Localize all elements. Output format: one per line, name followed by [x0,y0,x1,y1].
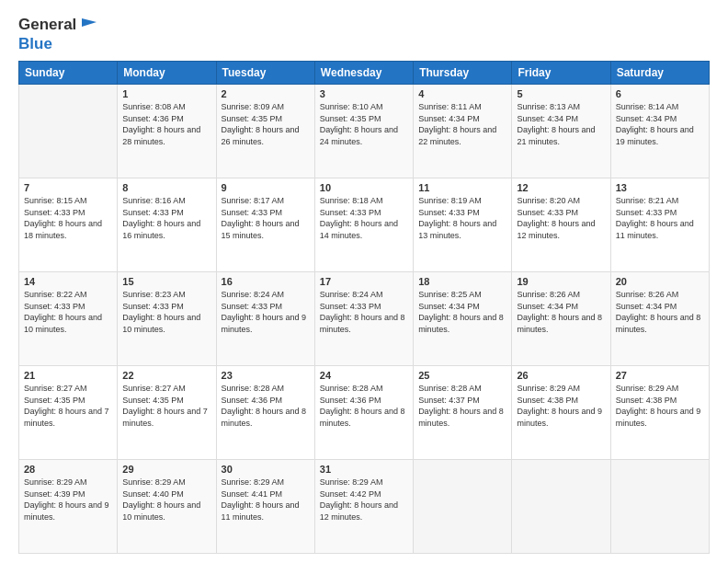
calendar-cell: 16Sunrise: 8:24 AMSunset: 4:33 PMDayligh… [216,272,314,366]
day-info: Sunrise: 8:29 AMSunset: 4:38 PMDaylight:… [616,383,704,429]
page-header: General Blue [18,15,710,53]
weekday-header-monday: Monday [118,62,216,85]
day-info: Sunrise: 8:16 AMSunset: 4:33 PMDaylight:… [122,195,210,241]
calendar-week-row: 21Sunrise: 8:27 AMSunset: 4:35 PMDayligh… [19,366,710,460]
day-info: Sunrise: 8:27 AMSunset: 4:35 PMDaylight:… [24,383,112,429]
weekday-header-thursday: Thursday [414,62,512,85]
logo-blue: Blue [18,35,52,52]
calendar-cell [512,460,610,554]
day-info: Sunrise: 8:29 AMSunset: 4:41 PMDaylight:… [222,477,310,523]
weekday-header-tuesday: Tuesday [216,62,314,85]
calendar-cell: 19Sunrise: 8:26 AMSunset: 4:34 PMDayligh… [512,272,610,366]
day-number: 14 [24,276,112,287]
calendar-cell: 27Sunrise: 8:29 AMSunset: 4:38 PMDayligh… [610,366,709,460]
calendar-cell: 12Sunrise: 8:20 AMSunset: 4:33 PMDayligh… [512,178,610,272]
day-info: Sunrise: 8:20 AMSunset: 4:33 PMDaylight:… [517,195,605,241]
day-number: 26 [517,370,605,381]
calendar-cell: 5Sunrise: 8:13 AMSunset: 4:34 PMDaylight… [512,85,610,178]
day-info: Sunrise: 8:19 AMSunset: 4:33 PMDaylight:… [418,195,506,241]
calendar-week-row: 7Sunrise: 8:15 AMSunset: 4:33 PMDaylight… [19,178,710,272]
day-number: 24 [320,370,408,381]
day-number: 20 [616,276,704,287]
day-info: Sunrise: 8:29 AMSunset: 4:40 PMDaylight:… [122,477,210,523]
day-info: Sunrise: 8:26 AMSunset: 4:34 PMDaylight:… [517,289,605,335]
calendar-cell: 31Sunrise: 8:29 AMSunset: 4:42 PMDayligh… [314,460,413,554]
day-number: 5 [517,88,605,99]
calendar-cell: 2Sunrise: 8:09 AMSunset: 4:35 PMDaylight… [216,85,314,178]
day-number: 17 [320,276,408,287]
calendar-cell: 21Sunrise: 8:27 AMSunset: 4:35 PMDayligh… [19,366,118,460]
day-number: 27 [616,370,704,381]
day-info: Sunrise: 8:13 AMSunset: 4:34 PMDaylight:… [517,101,605,147]
calendar-cell: 22Sunrise: 8:27 AMSunset: 4:35 PMDayligh… [118,366,216,460]
calendar-cell: 6Sunrise: 8:14 AMSunset: 4:34 PMDaylight… [610,85,709,178]
calendar-cell [610,460,709,554]
day-info: Sunrise: 8:28 AMSunset: 4:37 PMDaylight:… [418,383,506,429]
calendar-cell: 7Sunrise: 8:15 AMSunset: 4:33 PMDaylight… [19,178,118,272]
calendar-cell: 23Sunrise: 8:28 AMSunset: 4:36 PMDayligh… [216,366,314,460]
calendar-cell: 30Sunrise: 8:29 AMSunset: 4:41 PMDayligh… [216,460,314,554]
day-info: Sunrise: 8:23 AMSunset: 4:33 PMDaylight:… [122,289,210,335]
calendar-cell: 29Sunrise: 8:29 AMSunset: 4:40 PMDayligh… [118,460,216,554]
day-info: Sunrise: 8:15 AMSunset: 4:33 PMDaylight:… [24,195,112,241]
day-info: Sunrise: 8:26 AMSunset: 4:34 PMDaylight:… [616,289,704,335]
calendar-cell: 11Sunrise: 8:19 AMSunset: 4:33 PMDayligh… [414,178,512,272]
day-number: 16 [222,276,310,287]
day-info: Sunrise: 8:11 AMSunset: 4:34 PMDaylight:… [418,101,506,147]
logo-flag-icon [78,15,98,35]
svg-marker-0 [82,18,97,27]
day-info: Sunrise: 8:21 AMSunset: 4:33 PMDaylight:… [616,195,704,241]
day-number: 9 [222,182,310,193]
calendar-cell: 4Sunrise: 8:11 AMSunset: 4:34 PMDaylight… [414,85,512,178]
calendar-cell: 15Sunrise: 8:23 AMSunset: 4:33 PMDayligh… [118,272,216,366]
calendar-cell: 17Sunrise: 8:24 AMSunset: 4:33 PMDayligh… [314,272,413,366]
day-number: 23 [222,370,310,381]
calendar-week-row: 14Sunrise: 8:22 AMSunset: 4:33 PMDayligh… [19,272,710,366]
calendar-cell: 20Sunrise: 8:26 AMSunset: 4:34 PMDayligh… [610,272,709,366]
day-info: Sunrise: 8:28 AMSunset: 4:36 PMDaylight:… [222,383,310,429]
day-info: Sunrise: 8:24 AMSunset: 4:33 PMDaylight:… [222,289,310,335]
day-number: 7 [24,182,112,193]
day-info: Sunrise: 8:27 AMSunset: 4:35 PMDaylight:… [122,383,210,429]
day-number: 18 [418,276,506,287]
day-number: 12 [517,182,605,193]
day-number: 22 [122,370,210,381]
day-info: Sunrise: 8:25 AMSunset: 4:34 PMDaylight:… [418,289,506,335]
day-number: 10 [320,182,408,193]
logo: General Blue [18,15,98,53]
calendar-cell: 8Sunrise: 8:16 AMSunset: 4:33 PMDaylight… [118,178,216,272]
day-number: 29 [122,464,210,475]
day-info: Sunrise: 8:22 AMSunset: 4:33 PMDaylight:… [24,289,112,335]
day-number: 30 [222,464,310,475]
weekday-header-row: SundayMondayTuesdayWednesdayThursdayFrid… [19,62,710,85]
calendar-cell: 1Sunrise: 8:08 AMSunset: 4:36 PMDaylight… [118,85,216,178]
calendar-cell [414,460,512,554]
calendar-week-row: 1Sunrise: 8:08 AMSunset: 4:36 PMDaylight… [19,85,710,178]
calendar-cell: 14Sunrise: 8:22 AMSunset: 4:33 PMDayligh… [19,272,118,366]
day-info: Sunrise: 8:24 AMSunset: 4:33 PMDaylight:… [320,289,408,335]
day-number: 4 [418,88,506,99]
calendar-week-row: 28Sunrise: 8:29 AMSunset: 4:39 PMDayligh… [19,460,710,554]
day-info: Sunrise: 8:29 AMSunset: 4:39 PMDaylight:… [24,477,112,523]
calendar-table: SundayMondayTuesdayWednesdayThursdayFrid… [18,61,710,554]
day-number: 15 [122,276,210,287]
day-info: Sunrise: 8:14 AMSunset: 4:34 PMDaylight:… [616,101,704,147]
day-number: 19 [517,276,605,287]
day-number: 6 [616,88,704,99]
day-number: 13 [616,182,704,193]
calendar-cell: 25Sunrise: 8:28 AMSunset: 4:37 PMDayligh… [414,366,512,460]
day-number: 8 [122,182,210,193]
day-info: Sunrise: 8:18 AMSunset: 4:33 PMDaylight:… [320,195,408,241]
calendar-cell [19,85,118,178]
calendar-page: General Blue SundayMondayTuesdayWednesda… [0,0,728,563]
weekday-header-friday: Friday [512,62,610,85]
day-number: 1 [122,88,210,99]
day-info: Sunrise: 8:29 AMSunset: 4:38 PMDaylight:… [517,383,605,429]
weekday-header-sunday: Sunday [19,62,118,85]
calendar-cell: 24Sunrise: 8:28 AMSunset: 4:36 PMDayligh… [314,366,413,460]
day-number: 11 [418,182,506,193]
calendar-cell: 18Sunrise: 8:25 AMSunset: 4:34 PMDayligh… [414,272,512,366]
day-number: 28 [24,464,112,475]
calendar-cell: 26Sunrise: 8:29 AMSunset: 4:38 PMDayligh… [512,366,610,460]
day-number: 3 [320,88,408,99]
